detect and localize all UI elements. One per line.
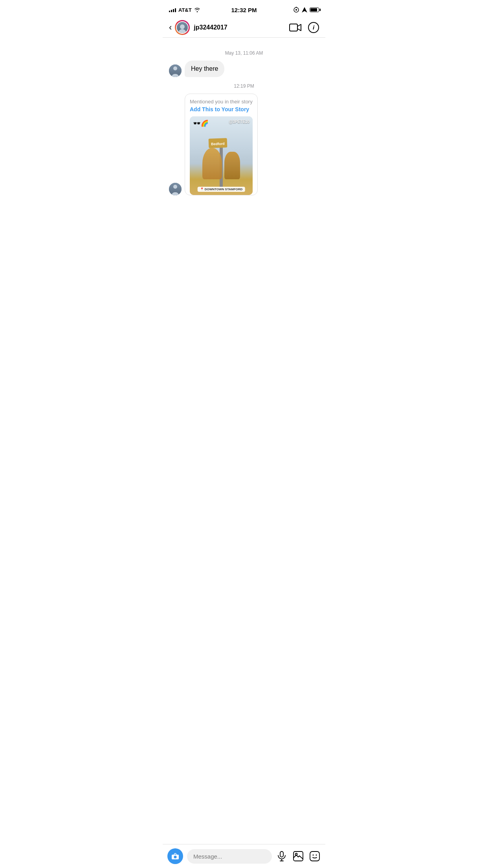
bedford-sign-text: Bedford (211, 142, 225, 146)
location-pin-icon: 📍 (200, 188, 204, 191)
story-image[interactable]: 🕶️🌈 @3PETE10 Bedford (190, 116, 253, 195)
carrier-label: AT&T (178, 7, 192, 13)
story-mention-text: Mentioned you in their story (190, 99, 253, 105)
info-button[interactable]: i (308, 22, 319, 33)
timestamp-1219: 12:19 PM (169, 83, 319, 89)
svg-point-1 (295, 9, 297, 11)
location-icon (293, 7, 299, 13)
svg-marker-3 (302, 7, 307, 13)
avatar-person (177, 22, 188, 33)
add-to-story-link[interactable]: Add This to Your Story (190, 106, 253, 112)
sculpture-body-2 (224, 152, 240, 179)
nav-user-info[interactable]: jp32442017 (175, 20, 289, 35)
story-mention-avatar (169, 183, 182, 195)
nav-bar: ‹ jp32442017 i (163, 17, 325, 38)
wifi-icon (194, 7, 200, 12)
status-time: 12:32 PM (231, 7, 257, 13)
battery-fill (310, 8, 317, 11)
story-mention-avatar-img (169, 183, 182, 195)
status-left: AT&T (169, 7, 200, 13)
story-img-background: 🕶️🌈 @3PETE10 Bedford (190, 116, 253, 195)
story-mention-container: Mentioned you in their story Add This to… (169, 94, 319, 195)
svg-rect-4 (290, 24, 297, 31)
signal-bar-1 (169, 11, 170, 12)
signal-bar-3 (173, 9, 174, 12)
message-avatar-1 (169, 64, 182, 77)
messages-area[interactable]: May 13, 11:06 AM Hey there 12:19 PM Ment… (163, 38, 325, 262)
location-text: DOWNTOWN STAMFORD (205, 188, 243, 191)
sunglasses-sticker: 🕶️🌈 (193, 120, 209, 127)
bedford-sign: Bedford (209, 138, 227, 149)
nav-actions: i (289, 22, 319, 33)
video-call-icon (289, 23, 302, 32)
signal-bars (169, 7, 176, 12)
video-call-button[interactable] (289, 23, 302, 32)
info-symbol: i (313, 24, 314, 31)
signal-bar-2 (171, 10, 172, 12)
nav-avatar-ring (175, 20, 190, 35)
status-bar: AT&T 12:32 PM (163, 0, 325, 17)
nav-username: jp32442017 (194, 24, 227, 31)
back-chevron-icon: ‹ (169, 23, 172, 32)
story-location-badge: 📍 DOWNTOWN STAMFORD (198, 187, 245, 192)
info-icon: i (308, 22, 319, 33)
battery-icon (310, 7, 319, 12)
status-right (293, 7, 319, 13)
message-text-hey-there: Hey there (191, 65, 218, 72)
navigation-icon (302, 7, 307, 13)
message-avatar-img-1 (169, 64, 182, 77)
page-wrapper: AT&T 12:32 PM ‹ (163, 0, 325, 289)
sculpture-body (202, 148, 222, 179)
back-button[interactable]: ‹ (169, 22, 175, 33)
message-row-hey-there: Hey there (169, 61, 319, 77)
timestamp-may13: May 13, 11:06 AM (169, 50, 319, 56)
nav-avatar-inner (176, 21, 189, 34)
message-bubble-hey-there: Hey there (185, 61, 224, 77)
signal-bar-4 (175, 8, 176, 12)
story-mention-card: Mentioned you in their story Add This to… (185, 94, 258, 195)
story-overlay-username: @3PETE10 (229, 120, 250, 124)
